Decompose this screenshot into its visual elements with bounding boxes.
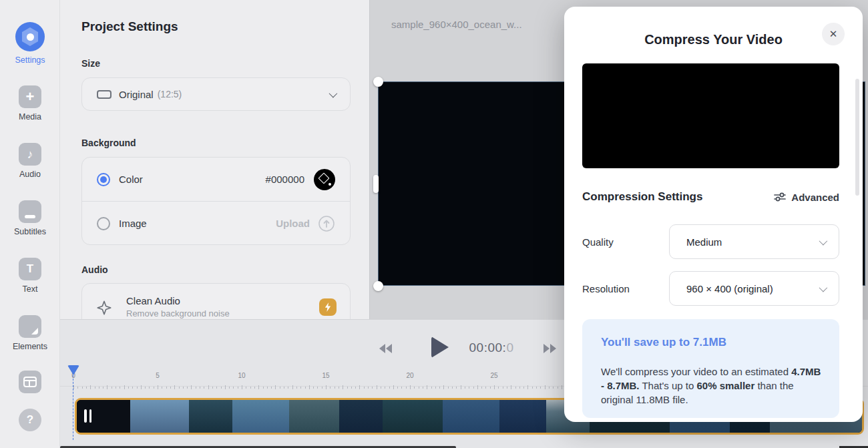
music-note-icon: ♪	[19, 143, 41, 166]
sidebar-item-subtitles[interactable]: Subtitles	[0, 200, 60, 236]
background-color-option[interactable]: Color #000000	[82, 158, 350, 201]
size-value: Original	[119, 89, 154, 100]
sidebar-item-elements[interactable]: Elements	[0, 315, 60, 351]
ruler-tick	[339, 387, 339, 389]
sidebar-item-audio[interactable]: ♪ Audio	[0, 143, 60, 179]
ruler-tick	[124, 385, 125, 389]
ruler-tick	[212, 387, 213, 389]
resize-handle-bottom-left[interactable]	[373, 281, 383, 291]
upload-button[interactable]: Upload	[276, 218, 310, 229]
ruler-tick	[532, 387, 533, 389]
ruler-tick	[401, 387, 402, 389]
sidebar-item-label: Elements	[13, 342, 47, 351]
chevron-down-icon	[819, 283, 828, 292]
radio-selected-icon[interactable]	[97, 173, 110, 186]
ruler-tick	[549, 387, 550, 389]
subtitles-icon	[19, 200, 41, 223]
sidebar-item-help[interactable]: ?	[0, 409, 60, 431]
ruler-tick	[145, 387, 146, 389]
size-ratio: (12:5)	[158, 89, 182, 99]
sidebar-item-media[interactable]: + Media	[0, 85, 60, 122]
modal-scrollbar[interactable]	[855, 79, 859, 196]
ruler-tick	[305, 387, 306, 389]
clip-thumbnail[interactable]	[289, 400, 339, 433]
ruler-tick	[330, 387, 331, 389]
ruler-tick	[473, 387, 474, 389]
clip-thumbnail[interactable]	[189, 400, 232, 433]
quality-value: Medium	[686, 236, 722, 248]
ruler-tick	[377, 385, 377, 389]
sidebar-item-settings[interactable]: Settings	[0, 22, 60, 65]
modal-title: Compress Your Video	[564, 32, 863, 47]
ruler-tick	[406, 387, 407, 389]
ruler-number: 10	[238, 372, 245, 379]
quality-dropdown[interactable]: Medium	[669, 224, 839, 259]
ruler-tick	[300, 387, 301, 389]
compression-settings-title: Compression Settings	[582, 190, 702, 204]
clean-audio-title: Clean Audio	[126, 295, 230, 306]
sliders-icon	[773, 192, 787, 202]
ruler-tick	[452, 387, 453, 389]
clean-audio-card[interactable]: Clean Audio Remove background noise	[81, 283, 351, 319]
ruler-tick	[229, 387, 230, 389]
ruler-tick	[208, 385, 209, 389]
ruler-tick	[149, 387, 150, 389]
sidebar-item-templates[interactable]	[0, 371, 60, 393]
ruler-tick	[431, 387, 432, 389]
clip-thumbnail[interactable]	[339, 400, 383, 433]
ruler-tick	[275, 385, 276, 389]
video-filename: sample_960×400_ocean_w...	[391, 19, 522, 30]
ruler-tick	[465, 387, 465, 389]
clip-thumbnail[interactable]	[443, 400, 499, 433]
fast-forward-button[interactable]	[543, 344, 556, 353]
sidebar: Settings + Media ♪ Audio Subtitles T Tex…	[0, 0, 60, 448]
close-button[interactable]: ✕	[822, 23, 845, 45]
ruler-tick	[77, 387, 78, 389]
clip-thumbnail[interactable]	[232, 400, 289, 433]
ruler-tick	[397, 387, 398, 389]
resize-handle-middle-left[interactable]	[373, 175, 379, 193]
ruler-tick	[132, 387, 133, 389]
premium-bolt-badge[interactable]	[319, 298, 337, 316]
ruler-tick	[435, 387, 436, 389]
ruler-tick	[545, 385, 546, 389]
sidebar-item-text[interactable]: T Text	[0, 258, 60, 294]
ruler-tick	[326, 385, 327, 389]
ruler-tick	[196, 387, 196, 389]
savings-body: We'll compress your video to an estimate…	[601, 365, 823, 407]
ruler-tick	[73, 385, 74, 389]
ruler-tick	[461, 385, 461, 389]
close-icon: ✕	[829, 28, 838, 40]
advanced-button[interactable]: Advanced	[773, 192, 839, 203]
size-dropdown[interactable]: Original (12:5)	[81, 77, 351, 111]
ruler-tick	[170, 387, 171, 389]
compress-video-modal: Compress Your Video ✕ Compression Settin…	[564, 7, 863, 422]
playhead-marker[interactable]	[67, 365, 79, 375]
image-option-label: Image	[119, 218, 147, 229]
ruler-tick	[519, 387, 520, 389]
ruler-tick	[372, 387, 373, 389]
radio-unselected-icon[interactable]	[97, 217, 110, 230]
ruler-tick	[322, 387, 322, 389]
ruler-tick	[258, 385, 259, 389]
rewind-button[interactable]	[379, 344, 393, 353]
ruler-tick	[233, 387, 234, 389]
ruler-tick	[191, 385, 192, 389]
clip-thumbnail[interactable]	[499, 400, 546, 433]
color-swatch-button[interactable]	[314, 169, 335, 190]
sticker-icon	[19, 315, 41, 338]
ruler-tick	[523, 387, 524, 389]
ruler-tick	[527, 385, 528, 389]
clean-audio-description: Remove background noise	[126, 308, 230, 318]
sidebar-item-label: Settings	[15, 55, 45, 65]
quality-label: Quality	[582, 236, 614, 248]
background-image-option[interactable]: Image Upload	[82, 202, 350, 245]
resize-handle-top-left[interactable]	[373, 77, 383, 87]
playhead-line	[73, 375, 73, 440]
clip-thumbnail[interactable]	[383, 400, 443, 433]
ruler-tick	[154, 387, 154, 389]
resolution-dropdown[interactable]: 960 × 400 (original)	[669, 271, 839, 306]
resolution-value: 960 × 400 (original)	[686, 283, 773, 294]
clip-thumbnail[interactable]	[130, 400, 189, 433]
ruler-tick	[536, 387, 537, 389]
